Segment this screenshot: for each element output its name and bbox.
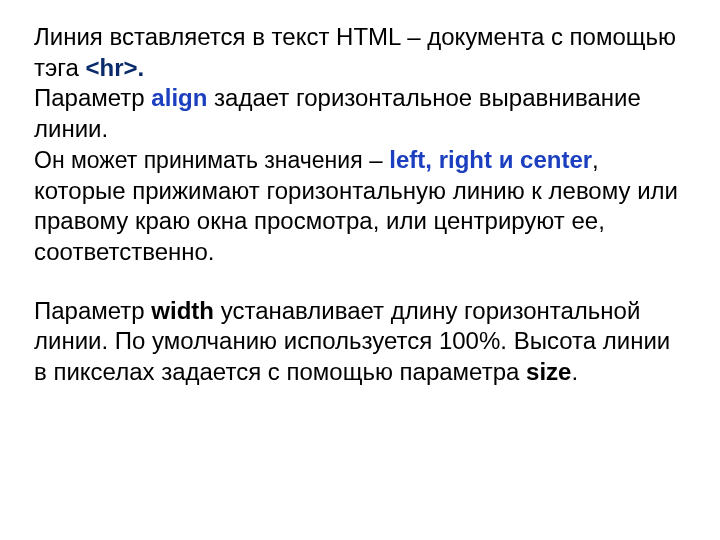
text: Параметр (34, 84, 151, 111)
paragraph-width-size: Параметр width устанавливает длину гориз… (34, 296, 686, 388)
paragraph-hr-intro: Линия вставляется в текст HTML – докумен… (34, 22, 686, 145)
text: Параметр (34, 297, 151, 324)
dash: – (363, 146, 390, 173)
hr-tag-literal: <hr>. (85, 54, 144, 81)
paragraph-gap (34, 268, 686, 296)
align-values: left, right и center (389, 146, 592, 173)
text: Он может принимать значения (34, 147, 363, 173)
keyword-width: width (151, 297, 214, 324)
text: . (571, 358, 578, 385)
paragraph-align-values: Он может принимать значения – left, righ… (34, 145, 686, 268)
document-body: Линия вставляется в текст HTML – докумен… (0, 0, 720, 388)
keyword-align: align (151, 84, 207, 111)
keyword-size: size (526, 358, 571, 385)
